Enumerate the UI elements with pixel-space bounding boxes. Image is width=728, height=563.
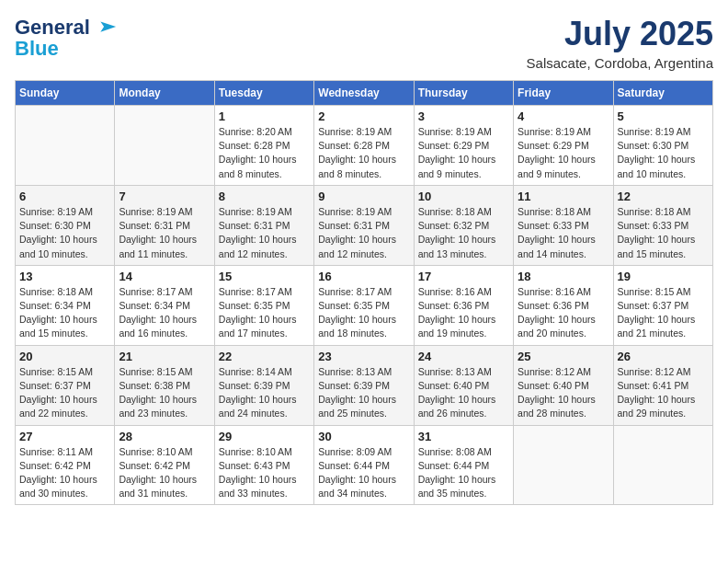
calendar-cell: 7Sunrise: 8:19 AMSunset: 6:31 PMDaylight… (115, 185, 214, 265)
calendar-cell (613, 425, 712, 505)
day-number: 29 (219, 430, 310, 443)
day-detail: Sunrise: 8:13 AMSunset: 6:40 PMDaylight:… (418, 365, 509, 421)
day-number: 26 (618, 350, 709, 363)
day-number: 24 (418, 350, 509, 363)
calendar-cell: 26Sunrise: 8:12 AMSunset: 6:41 PMDayligh… (613, 345, 712, 425)
day-detail: Sunrise: 8:09 AMSunset: 6:44 PMDaylight:… (318, 445, 409, 501)
weekday-header-saturday: Saturday (613, 81, 712, 106)
day-number: 31 (418, 430, 509, 443)
calendar-cell: 20Sunrise: 8:15 AMSunset: 6:37 PMDayligh… (16, 345, 115, 425)
day-detail: Sunrise: 8:08 AMSunset: 6:44 PMDaylight:… (418, 445, 509, 501)
calendar-cell (16, 106, 115, 186)
calendar-cell: 12Sunrise: 8:18 AMSunset: 6:33 PMDayligh… (613, 185, 712, 265)
day-number: 20 (19, 350, 110, 363)
day-number: 13 (19, 270, 110, 283)
day-detail: Sunrise: 8:16 AMSunset: 6:36 PMDaylight:… (418, 285, 509, 341)
day-number: 27 (19, 430, 110, 443)
day-number: 10 (418, 190, 509, 203)
day-detail: Sunrise: 8:13 AMSunset: 6:39 PMDaylight:… (318, 365, 409, 421)
day-detail: Sunrise: 8:11 AMSunset: 6:42 PMDaylight:… (19, 445, 110, 501)
day-number: 18 (518, 270, 609, 283)
day-number: 19 (618, 270, 709, 283)
calendar-cell: 25Sunrise: 8:12 AMSunset: 6:40 PMDayligh… (514, 345, 613, 425)
svg-marker-0 (100, 21, 116, 31)
day-detail: Sunrise: 8:17 AMSunset: 6:35 PMDaylight:… (219, 285, 310, 341)
day-number: 5 (618, 109, 709, 123)
calendar-cell: 17Sunrise: 8:16 AMSunset: 6:36 PMDayligh… (414, 265, 513, 345)
day-number: 25 (518, 350, 609, 363)
calendar-cell (514, 425, 613, 505)
calendar-cell: 10Sunrise: 8:18 AMSunset: 6:32 PMDayligh… (414, 185, 513, 265)
calendar-body: 1Sunrise: 8:20 AMSunset: 6:28 PMDaylight… (16, 106, 713, 505)
day-detail: Sunrise: 8:15 AMSunset: 6:37 PMDaylight:… (19, 365, 110, 421)
calendar-cell: 1Sunrise: 8:20 AMSunset: 6:28 PMDaylight… (214, 106, 313, 186)
day-detail: Sunrise: 8:19 AMSunset: 6:29 PMDaylight:… (418, 125, 509, 181)
day-number: 1 (219, 109, 310, 123)
calendar-cell: 6Sunrise: 8:19 AMSunset: 6:30 PMDaylight… (16, 185, 115, 265)
calendar-cell: 22Sunrise: 8:14 AMSunset: 6:39 PMDayligh… (214, 345, 313, 425)
day-detail: Sunrise: 8:19 AMSunset: 6:29 PMDaylight:… (518, 125, 609, 181)
day-detail: Sunrise: 8:19 AMSunset: 6:31 PMDaylight:… (219, 205, 310, 261)
day-number: 17 (418, 270, 509, 283)
day-detail: Sunrise: 8:19 AMSunset: 6:30 PMDaylight:… (618, 125, 709, 181)
calendar-cell: 5Sunrise: 8:19 AMSunset: 6:30 PMDaylight… (613, 106, 712, 186)
page-header: General Blue July 2025 Salsacate, Cordob… (15, 15, 713, 71)
calendar-cell: 19Sunrise: 8:15 AMSunset: 6:37 PMDayligh… (613, 265, 712, 345)
calendar-week-5: 27Sunrise: 8:11 AMSunset: 6:42 PMDayligh… (16, 425, 713, 505)
day-number: 30 (318, 430, 409, 443)
day-detail: Sunrise: 8:19 AMSunset: 6:31 PMDaylight:… (119, 205, 210, 261)
day-number: 15 (219, 270, 310, 283)
logo-icon (92, 15, 118, 40)
calendar-cell: 13Sunrise: 8:18 AMSunset: 6:34 PMDayligh… (16, 265, 115, 345)
day-number: 9 (318, 190, 409, 203)
day-number: 2 (318, 109, 409, 123)
weekday-header-row: SundayMondayTuesdayWednesdayThursdayFrid… (16, 81, 713, 106)
weekday-header-monday: Monday (115, 81, 214, 106)
day-number: 4 (518, 109, 609, 123)
calendar-cell: 11Sunrise: 8:18 AMSunset: 6:33 PMDayligh… (514, 185, 613, 265)
calendar-cell: 2Sunrise: 8:19 AMSunset: 6:28 PMDaylight… (314, 106, 414, 186)
day-detail: Sunrise: 8:19 AMSunset: 6:28 PMDaylight:… (318, 125, 409, 181)
day-detail: Sunrise: 8:19 AMSunset: 6:31 PMDaylight:… (318, 205, 409, 261)
day-detail: Sunrise: 8:12 AMSunset: 6:41 PMDaylight:… (618, 365, 709, 421)
calendar-cell: 3Sunrise: 8:19 AMSunset: 6:29 PMDaylight… (414, 106, 513, 186)
calendar-cell: 27Sunrise: 8:11 AMSunset: 6:42 PMDayligh… (16, 425, 115, 505)
day-number: 21 (119, 350, 210, 363)
day-number: 12 (618, 190, 709, 203)
day-detail: Sunrise: 8:10 AMSunset: 6:43 PMDaylight:… (219, 445, 310, 501)
calendar-cell: 15Sunrise: 8:17 AMSunset: 6:35 PMDayligh… (214, 265, 313, 345)
day-number: 14 (119, 270, 210, 283)
day-detail: Sunrise: 8:20 AMSunset: 6:28 PMDaylight:… (219, 125, 310, 181)
calendar-cell: 23Sunrise: 8:13 AMSunset: 6:39 PMDayligh… (314, 345, 414, 425)
day-number: 3 (418, 109, 509, 123)
day-detail: Sunrise: 8:17 AMSunset: 6:34 PMDaylight:… (119, 285, 210, 341)
day-detail: Sunrise: 8:15 AMSunset: 6:37 PMDaylight:… (618, 285, 709, 341)
day-number: 16 (318, 270, 409, 283)
day-detail: Sunrise: 8:16 AMSunset: 6:36 PMDaylight:… (518, 285, 609, 341)
title-block: July 2025 Salsacate, Cordoba, Argentina (527, 15, 713, 71)
weekday-header-wednesday: Wednesday (314, 81, 414, 106)
calendar-table: SundayMondayTuesdayWednesdayThursdayFrid… (15, 80, 713, 505)
month-title: July 2025 (527, 15, 713, 53)
calendar-cell: 14Sunrise: 8:17 AMSunset: 6:34 PMDayligh… (115, 265, 214, 345)
calendar-cell: 4Sunrise: 8:19 AMSunset: 6:29 PMDaylight… (514, 106, 613, 186)
calendar-week-2: 6Sunrise: 8:19 AMSunset: 6:30 PMDaylight… (16, 185, 713, 265)
day-detail: Sunrise: 8:10 AMSunset: 6:42 PMDaylight:… (119, 445, 210, 501)
calendar-cell: 28Sunrise: 8:10 AMSunset: 6:42 PMDayligh… (115, 425, 214, 505)
day-number: 22 (219, 350, 310, 363)
weekday-header-thursday: Thursday (414, 81, 513, 106)
day-number: 11 (518, 190, 609, 203)
day-detail: Sunrise: 8:18 AMSunset: 6:33 PMDaylight:… (518, 205, 609, 261)
weekday-header-tuesday: Tuesday (214, 81, 313, 106)
calendar-cell: 9Sunrise: 8:19 AMSunset: 6:31 PMDaylight… (314, 185, 414, 265)
day-detail: Sunrise: 8:18 AMSunset: 6:33 PMDaylight:… (618, 205, 709, 261)
day-detail: Sunrise: 8:17 AMSunset: 6:35 PMDaylight:… (318, 285, 409, 341)
weekday-header-sunday: Sunday (16, 81, 115, 106)
day-detail: Sunrise: 8:15 AMSunset: 6:38 PMDaylight:… (119, 365, 210, 421)
logo-text: General (15, 17, 90, 38)
calendar-cell: 31Sunrise: 8:08 AMSunset: 6:44 PMDayligh… (414, 425, 513, 505)
day-detail: Sunrise: 8:14 AMSunset: 6:39 PMDaylight:… (219, 365, 310, 421)
day-detail: Sunrise: 8:12 AMSunset: 6:40 PMDaylight:… (518, 365, 609, 421)
calendar-cell: 8Sunrise: 8:19 AMSunset: 6:31 PMDaylight… (214, 185, 313, 265)
weekday-header-friday: Friday (514, 81, 613, 106)
